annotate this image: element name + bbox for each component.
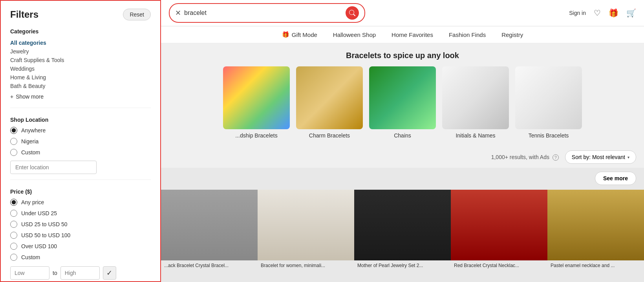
category-card-chains[interactable]: Chains bbox=[369, 66, 436, 139]
search-bar: ✕ bracelet bbox=[169, 3, 365, 23]
price-25-50-radio[interactable] bbox=[10, 221, 17, 228]
location-input[interactable] bbox=[10, 161, 97, 174]
product-img-3 bbox=[354, 190, 451, 260]
product-img-5 bbox=[547, 190, 644, 260]
filters-panel: Filters Reset Categories All categories … bbox=[0, 0, 161, 282]
product-label-1: ...ack Bracelet Crystal Bracel... bbox=[161, 260, 258, 271]
category-item-weddings[interactable]: Weddings bbox=[10, 64, 151, 73]
divider-2 bbox=[10, 179, 151, 180]
search-submit-button[interactable] bbox=[346, 6, 359, 20]
product-card-5[interactable]: Pastel enamel necklace and ... bbox=[547, 190, 644, 271]
product-card-2[interactable]: Bracelet for women, minimali... bbox=[258, 190, 354, 271]
product-label-5: Pastel enamel necklace and ... bbox=[547, 260, 644, 271]
category-list: All categories Jewelry Craft Supplies & … bbox=[10, 38, 151, 90]
search-close-button[interactable]: ✕ bbox=[175, 9, 181, 17]
category-card-initials[interactable]: Initials & Names bbox=[442, 66, 509, 139]
tennis-label: Tennis Bracelets bbox=[529, 132, 569, 139]
sort-button[interactable]: Sort by: Most relevant ▾ bbox=[565, 150, 636, 164]
nav-home-fav[interactable]: Home Favorites bbox=[392, 31, 433, 38]
top-nav-actions: Sign in ♡ 🎁 🛒 bbox=[569, 8, 636, 18]
location-nigeria-label: Nigeria bbox=[21, 138, 38, 145]
price-custom-radio[interactable] bbox=[10, 254, 17, 261]
location-custom[interactable]: Custom bbox=[10, 149, 151, 156]
shop-location-title: Shop Location bbox=[10, 117, 151, 123]
nav-registry[interactable]: Registry bbox=[501, 31, 523, 38]
product-card-4[interactable]: Red Bracelet Crystal Necklac... bbox=[451, 190, 547, 271]
location-nigeria-radio[interactable] bbox=[10, 138, 17, 145]
show-more-label: Show more bbox=[16, 93, 44, 100]
price-any[interactable]: Any price bbox=[10, 199, 151, 206]
cart-icon[interactable]: 🛒 bbox=[626, 8, 636, 18]
location-nigeria[interactable]: Nigeria bbox=[10, 138, 151, 145]
price-high-input[interactable] bbox=[60, 266, 100, 280]
fashion-label: Fashion Finds bbox=[449, 31, 486, 38]
category-card-friendship[interactable]: ...dship Bracelets bbox=[223, 66, 290, 139]
price-over-100[interactable]: Over USD 100 bbox=[10, 243, 151, 250]
price-custom[interactable]: Custom bbox=[10, 254, 151, 261]
price-confirm-button[interactable]: ✓ bbox=[103, 266, 116, 280]
registry-label: Registry bbox=[501, 31, 523, 38]
initials-img bbox=[442, 66, 509, 129]
price-50-100-radio[interactable] bbox=[10, 232, 17, 239]
bracelet-categories-row: ...dship Bracelets Charm Bracelets Chain… bbox=[169, 66, 636, 139]
favorites-icon[interactable]: ♡ bbox=[594, 8, 601, 18]
main-content: ✕ bracelet Sign in ♡ 🎁 🛒 🎁 Gift Mode bbox=[161, 0, 644, 282]
product-label-4: Red Bracelet Crystal Necklac... bbox=[451, 260, 547, 271]
friendship-bracelet-img bbox=[223, 66, 290, 129]
nav-halloween[interactable]: Halloween Shop bbox=[333, 31, 376, 38]
reset-button[interactable]: Reset bbox=[123, 9, 151, 20]
chains-label: Chains bbox=[394, 132, 411, 139]
hero-section: Bracelets to spice up any look ...dship … bbox=[161, 43, 644, 146]
home-fav-label: Home Favorites bbox=[392, 31, 433, 38]
gift-mode-icon: 🎁 bbox=[282, 31, 289, 38]
category-item-bath[interactable]: Bath & Beauty bbox=[10, 82, 151, 90]
price-50-100[interactable]: USD 50 to USD 100 bbox=[10, 232, 151, 239]
price-under-25[interactable]: Under USD 25 bbox=[10, 210, 151, 217]
product-card-1[interactable]: ...ack Bracelet Crystal Bracel... bbox=[161, 190, 258, 271]
nav-fashion[interactable]: Fashion Finds bbox=[449, 31, 486, 38]
price-25-50[interactable]: USD 25 to USD 50 bbox=[10, 221, 151, 228]
tennis-img bbox=[515, 66, 582, 129]
top-bar: ✕ bracelet Sign in ♡ 🎁 🛒 bbox=[161, 0, 644, 26]
product-img-1 bbox=[161, 190, 258, 260]
show-more-categories[interactable]: + Show more bbox=[10, 93, 151, 100]
price-over-100-radio[interactable] bbox=[10, 243, 17, 250]
sign-in-link[interactable]: Sign in bbox=[569, 10, 586, 16]
search-value: bracelet bbox=[184, 9, 342, 16]
location-anywhere[interactable]: Anywhere bbox=[10, 127, 151, 134]
categories-section-title: Categories bbox=[10, 28, 151, 35]
product-card-3[interactable]: Mother of Pearl Jewelry Set 2... bbox=[354, 190, 451, 271]
results-info-icon[interactable]: ? bbox=[553, 154, 559, 161]
sort-label: Sort by: Most relevant bbox=[572, 154, 625, 160]
location-anywhere-label: Anywhere bbox=[21, 127, 46, 134]
see-more-row: See more bbox=[161, 168, 644, 187]
nav-gift-mode[interactable]: 🎁 Gift Mode bbox=[282, 31, 317, 38]
price-custom-label: Custom bbox=[21, 254, 40, 260]
see-more-button[interactable]: See more bbox=[595, 172, 636, 185]
price-to-label: to bbox=[53, 270, 57, 276]
gift-mode-label: Gift Mode bbox=[292, 31, 317, 38]
price-under-25-label: Under USD 25 bbox=[21, 210, 57, 216]
show-more-icon: + bbox=[10, 93, 13, 100]
category-item-all[interactable]: All categories bbox=[10, 38, 151, 47]
results-text: 1,000+ results, with Ads ? bbox=[491, 154, 559, 161]
location-custom-radio[interactable] bbox=[10, 149, 17, 156]
category-item-home[interactable]: Home & Living bbox=[10, 73, 151, 82]
price-section-title: Price ($) bbox=[10, 189, 151, 195]
search-icon bbox=[349, 10, 355, 16]
category-card-charm[interactable]: Charm Bracelets bbox=[296, 66, 363, 139]
chains-img bbox=[369, 66, 436, 129]
nav-bar: 🎁 Gift Mode Halloween Shop Home Favorite… bbox=[161, 26, 644, 43]
category-item-jewelry[interactable]: Jewelry bbox=[10, 47, 151, 56]
location-anywhere-radio[interactable] bbox=[10, 127, 17, 134]
hero-title: Bracelets to spice up any look bbox=[169, 51, 636, 60]
gift-icon[interactable]: 🎁 bbox=[609, 8, 618, 18]
location-input-wrapper bbox=[10, 161, 151, 174]
price-50-100-label: USD 50 to USD 100 bbox=[21, 232, 70, 238]
price-under-25-radio[interactable] bbox=[10, 210, 17, 217]
price-any-radio[interactable] bbox=[10, 199, 17, 206]
category-item-craft[interactable]: Craft Supplies & Tools bbox=[10, 56, 151, 64]
price-low-input[interactable] bbox=[10, 266, 49, 280]
filters-title: Filters bbox=[10, 9, 38, 20]
category-card-tennis[interactable]: Tennis Bracelets bbox=[515, 66, 582, 139]
